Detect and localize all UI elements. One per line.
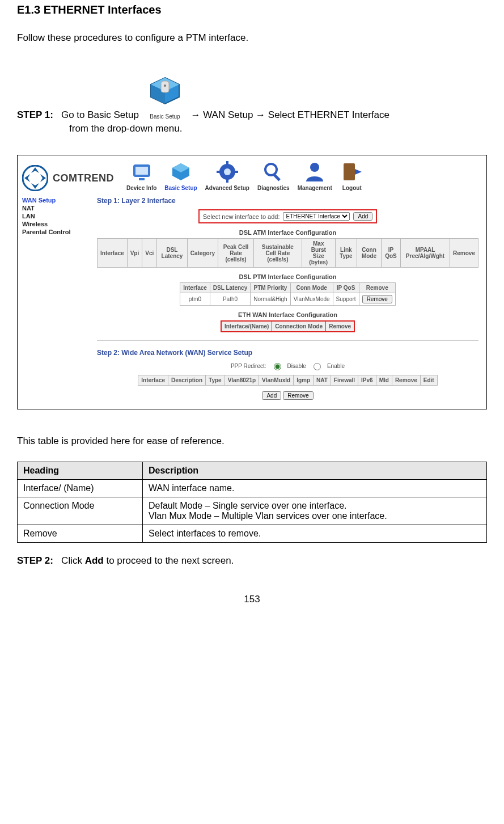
svg-rect-8: [139, 178, 145, 180]
sidebar-item-parental[interactable]: Parental Control: [22, 229, 89, 235]
svg-rect-14: [226, 178, 228, 183]
svg-rect-15: [217, 171, 221, 173]
table-row: Remove Select interfaces to remove.: [18, 525, 487, 543]
svg-rect-16: [234, 171, 238, 173]
sidebar-item-nat[interactable]: NAT: [22, 205, 89, 212]
svg-point-12: [224, 168, 231, 175]
nav-device-info[interactable]: Device Info: [126, 160, 156, 191]
ppp-enable-radio[interactable]: [314, 363, 321, 370]
brand-logo: COMTREND: [22, 165, 114, 191]
reference-intro: This table is provided here for ease of …: [17, 436, 487, 447]
svg-marker-21: [355, 169, 362, 175]
nav-basic-setup[interactable]: Basic Setup: [164, 160, 197, 191]
ppp-disable-label: Disable: [287, 363, 306, 369]
basic-setup-icon: Basic Setup: [144, 73, 186, 121]
top-nav: Device Info Basic Setup Advanced Setup D…: [126, 160, 364, 191]
svg-rect-20: [344, 163, 355, 180]
sidebar: WAN Setup NAT LAN Wireless Parental Cont…: [22, 196, 89, 400]
wan-remove-button[interactable]: Remove: [283, 391, 313, 400]
svg-rect-18: [273, 174, 281, 181]
step-1-cont: from the drop-down menu.: [69, 123, 487, 134]
wan-service-table: Interface Description Type Vlan8021p Vla…: [138, 375, 437, 386]
svg-point-4: [164, 84, 166, 87]
nav-management[interactable]: Management: [298, 160, 332, 191]
router-ui-screenshot: COMTREND Device Info Basic Setup Advance…: [17, 155, 487, 409]
nav-advanced-setup[interactable]: Advanced Setup: [205, 160, 249, 191]
step-2-block: STEP 2: Click Add to proceed to the next…: [17, 555, 487, 567]
basic-setup-icon-caption: Basic Setup: [150, 113, 180, 120]
atm-config-title: DSL ATM Interface Configuration: [97, 229, 478, 236]
step-2-pre: Click: [61, 555, 85, 566]
ppp-disable-radio[interactable]: [274, 363, 281, 370]
step-1-post: → WAN Setup → Select ETHERNET Interface: [190, 109, 389, 120]
wan-add-button[interactable]: Add: [262, 391, 281, 400]
layer2-title: Step 1: Layer 2 Interface: [97, 197, 478, 205]
ptm-remove-button[interactable]: Remove: [362, 295, 392, 303]
eth-config-title: ETH WAN Interface Configuration: [97, 311, 478, 318]
atm-table: Interface Vpi Vci DSL Latency Category P…: [97, 238, 478, 268]
sidebar-item-wireless[interactable]: Wireless: [22, 221, 89, 227]
brand-name: COMTREND: [53, 172, 114, 184]
table-row: Interface/ (Name) WAN interface name.: [18, 480, 487, 497]
intro-text: Follow these procedures to configure a P…: [17, 32, 487, 44]
nav-diagnostics[interactable]: Diagnostics: [257, 160, 290, 191]
step-1-pre: Go to Basic Setup: [61, 109, 139, 120]
step-2-label: STEP 2:: [17, 555, 53, 566]
interface-select-highlight: Select new interface to add: ETHERNET In…: [198, 209, 378, 223]
interface-select-label: Select new interface to add:: [203, 213, 280, 220]
sidebar-item-lan[interactable]: LAN: [22, 213, 89, 219]
sidebar-item-wan-setup[interactable]: WAN Setup: [22, 197, 89, 204]
add-interface-button[interactable]: Add: [353, 212, 372, 221]
ref-head-heading: Heading: [18, 462, 143, 480]
step-1-block: STEP 1: Go to Basic Setup Basic Setup → …: [17, 64, 487, 121]
page-number: 153: [17, 594, 487, 605]
reference-table: Heading Description Interface/ (Name) WA…: [17, 462, 487, 543]
ppp-redirect-label: PPP Redirect:: [231, 363, 266, 369]
ptm-table: Interface DSL Latency PTM Priority Conn …: [180, 282, 396, 306]
step-1-label: STEP 1:: [17, 109, 53, 121]
svg-rect-7: [135, 167, 148, 175]
table-row: Connection Mode Default Mode – Single se…: [18, 497, 487, 525]
step-2-bold: Add: [85, 555, 104, 566]
eth-table: Interface/(Name) Connection Mode Remove: [221, 320, 355, 332]
table-row: ptm0 Path0 Normal&High VlanMuxMode Suppo…: [180, 293, 396, 306]
interface-select[interactable]: ETHERNET Interface: [283, 212, 350, 221]
ref-head-description: Description: [143, 462, 487, 480]
ptm-config-title: DSL PTM Interface Configuration: [97, 273, 478, 280]
nav-logout[interactable]: Logout: [340, 160, 364, 191]
step-2-post: to proceed to the next screen.: [104, 555, 234, 566]
ppp-enable-label: Enable: [327, 363, 345, 369]
wan-service-title: Step 2: Wide Area Network (WAN) Service …: [97, 349, 478, 357]
svg-point-19: [310, 163, 319, 172]
svg-rect-13: [226, 161, 228, 166]
divider: [97, 340, 478, 341]
page-title: E1.3 ETHERNET Interfaces: [17, 3, 487, 16]
comtrend-mark-icon: [22, 165, 48, 191]
